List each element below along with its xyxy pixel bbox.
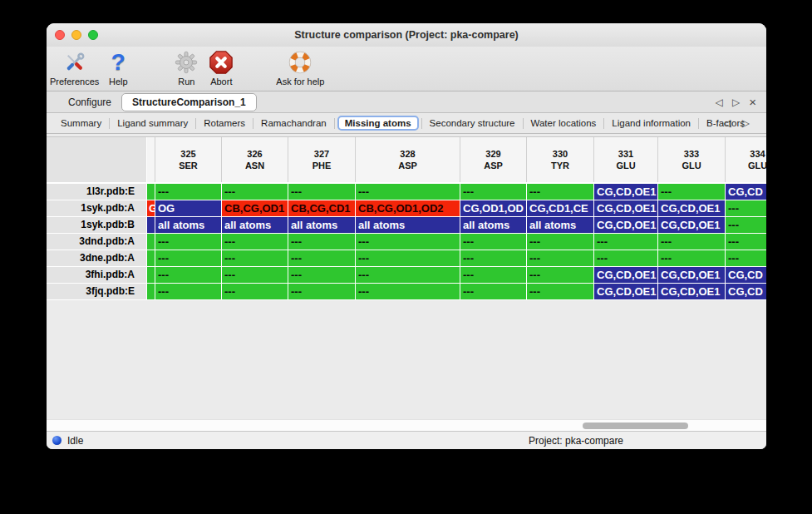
column-number: 325: [180, 148, 195, 160]
table-header-row: 325SER326ASN327PHE328ASP329ASP330TYR331G…: [47, 136, 766, 184]
atom-cell: ---: [356, 184, 460, 200]
tab-configure[interactable]: Configure: [58, 94, 121, 111]
column-residue: SER: [179, 160, 198, 171]
edge-cell: G: [147, 200, 155, 217]
horizontal-scrollbar-thumb[interactable]: [583, 423, 688, 429]
prev-tab-button[interactable]: ◁: [716, 96, 723, 108]
help-question-icon: ?: [105, 49, 131, 76]
column-residue: TYR: [551, 160, 569, 171]
atom-cell: ---: [460, 284, 527, 300]
atom-cell: ---: [658, 250, 726, 267]
status-indicator-icon: [52, 436, 62, 445]
atom-cell: ---: [356, 284, 460, 300]
atom-cell: ---: [155, 234, 222, 250]
atom-cell: CG,CD,OE1: [594, 284, 658, 300]
atom-cell: ---: [594, 234, 658, 250]
atom-cell: ---: [460, 267, 527, 284]
atom-cell: all atoms: [155, 217, 222, 234]
table-row-3dnd-pdb-a: 3dnd.pdb:A---------------------------: [47, 234, 766, 250]
column-header-333: 333GLU: [658, 137, 726, 182]
column-number: 329: [485, 148, 500, 160]
atom-cell: ---: [288, 250, 356, 267]
subtab-ligand-information[interactable]: Ligand information: [604, 116, 698, 130]
toolbar-button-ask-for-help[interactable]: Ask for help: [276, 49, 324, 86]
toolbar: Preferences?HelpRunAbortAsk for help: [47, 47, 766, 91]
edge-cell: [147, 234, 155, 250]
column-number: 331: [618, 148, 633, 160]
column-residue: GLU: [682, 160, 701, 171]
toolbar-button-help[interactable]: ?Help: [105, 49, 131, 86]
zoom-button[interactable]: [88, 30, 98, 40]
column-residue: ASP: [484, 160, 503, 171]
toolbar-button-label: Abort: [210, 77, 232, 86]
column-header-328: 328ASP: [356, 137, 460, 182]
atom-cell: ---: [658, 184, 726, 200]
column-header-326: 326ASN: [222, 137, 288, 182]
horizontal-scrollbar[interactable]: [47, 419, 766, 431]
close-tab-button[interactable]: ×: [749, 97, 756, 107]
atom-cell: ---: [155, 284, 222, 300]
toolbar-button-label: Preferences: [50, 77, 99, 86]
atom-cell: ---: [460, 234, 527, 250]
subtab-missing-atoms[interactable]: Missing atoms: [337, 116, 419, 131]
toolbar-button-run[interactable]: Run: [173, 49, 199, 86]
column-header-329: 329ASP: [460, 137, 527, 182]
edge-cell: [147, 284, 155, 300]
toolbar-button-preferences[interactable]: Preferences: [50, 49, 99, 86]
subtab-secondary-structure[interactable]: Secondary structure: [422, 116, 523, 130]
table-row-3fhi-pdb-a: 3fhi.pdb:A------------------CG,CD,OE1CG,…: [47, 267, 766, 284]
tab-nav-controls: ◁ ▷ ×: [716, 91, 756, 112]
toolbar-button-label: Ask for help: [276, 77, 324, 86]
next-subtab-button[interactable]: ▷: [742, 117, 750, 129]
atom-cell: CG,CD,OE1: [658, 200, 726, 217]
next-tab-button[interactable]: ▷: [732, 96, 740, 108]
status-text: Idle: [67, 435, 83, 447]
subtab-rotamers[interactable]: Rotamers: [196, 116, 253, 130]
atom-cell: all atoms: [356, 217, 460, 234]
column-number: 326: [247, 148, 262, 160]
atom-cell: ---: [460, 250, 527, 267]
tab-structurecomparison-1[interactable]: StructureComparison_1: [121, 93, 257, 111]
atom-cell: ---: [222, 184, 288, 200]
subtab-nav-controls: ◁ ▷: [724, 113, 750, 133]
column-header-331: 331GLU: [594, 137, 658, 182]
subtab-summary[interactable]: Summary: [53, 116, 109, 130]
atom-cell: CG,CD,OE1: [658, 284, 726, 300]
atom-cell: ---: [288, 284, 356, 300]
column-number: 327: [314, 148, 329, 160]
atom-cell: ---: [527, 234, 594, 250]
subtab-ligand-summary[interactable]: Ligand summary: [110, 116, 195, 130]
prev-subtab-button[interactable]: ◁: [724, 117, 731, 129]
atom-cell: ---: [155, 250, 222, 267]
column-residue: ASN: [245, 160, 264, 171]
minimize-button[interactable]: [71, 30, 81, 40]
atom-cell: ---: [527, 250, 594, 267]
table-row-3dne-pdb-a: 3dne.pdb:A---------------------------: [47, 250, 766, 267]
main-tab-bar: ConfigureStructureComparison_1 ◁ ▷ ×: [47, 91, 766, 113]
subtab-ramachandran[interactable]: Ramachandran: [253, 116, 334, 130]
atom-cell: OG: [155, 200, 222, 217]
atom-cell: ---: [527, 267, 594, 284]
atom-cell: CG,CD,OE1: [594, 217, 658, 234]
atom-cell: ---: [726, 250, 766, 267]
atom-cell: ---: [356, 267, 460, 284]
atom-cell: all atoms: [222, 217, 288, 234]
missing-atoms-table: 325SER326ASN327PHE328ASP329ASP330TYR331G…: [47, 136, 766, 300]
column-header-330: 330TYR: [527, 137, 594, 182]
row-label: 3fjq.pdb:E: [47, 284, 147, 300]
atom-cell: ---: [222, 284, 288, 300]
close-button[interactable]: [55, 30, 65, 40]
row-label: 1syk.pdb:B: [47, 217, 147, 234]
column-header-334: 334GLU: [726, 137, 766, 182]
atom-cell: CG,CD,OE1: [594, 267, 658, 284]
atom-cell: CB,CG,CD1: [288, 200, 356, 217]
title-bar: Structure comparison (Project: pka-compa…: [47, 23, 766, 47]
table-corner-cell: [47, 137, 147, 182]
toolbar-button-abort[interactable]: Abort: [208, 49, 234, 86]
lifebuoy-icon: [287, 49, 313, 76]
atom-cell: ---: [288, 267, 356, 284]
atom-cell: ---: [726, 234, 766, 250]
subtab-water-locations[interactable]: Water locations: [524, 116, 604, 130]
edge-cell: [147, 267, 155, 284]
window-controls: [55, 30, 98, 40]
